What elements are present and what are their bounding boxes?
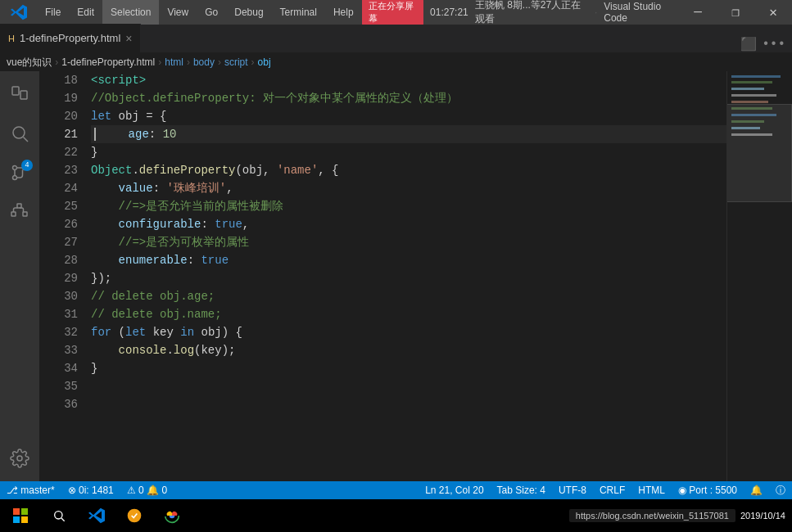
- line-number: 20: [39, 107, 78, 125]
- position-label: Ln 21, Col 20: [425, 485, 483, 496]
- svg-rect-1: [20, 91, 27, 99]
- warning-count[interactable]: ⚠ 0 🔔 0: [120, 481, 174, 499]
- taskbar-app3[interactable]: [116, 499, 152, 532]
- breadcrumb-sep-2: ›: [187, 56, 190, 68]
- code-line[interactable]: });: [91, 269, 726, 287]
- active-line-indicator: [94, 128, 96, 141]
- code-line[interactable]: //=>是否为可枚举的属性: [91, 233, 726, 251]
- title-bar: File Edit Selection View Go Debug Termin…: [0, 0, 792, 25]
- tab-size-label: Tab Size: 4: [497, 485, 545, 496]
- taskbar: https://blog.csdn.net/weixin_51157081 20…: [0, 499, 792, 532]
- svg-rect-7: [11, 212, 16, 216]
- split-editor-icon[interactable]: ⬛: [740, 36, 757, 52]
- notifications-bell[interactable]: 🔔: [744, 481, 769, 499]
- activity-search[interactable]: [0, 114, 39, 153]
- app-title: Visual Studio Code: [604, 1, 679, 24]
- svg-rect-24: [21, 516, 28, 523]
- status-bar-left: ⎇ master* ⊗ 0i: 1481 ⚠ 0 🔔 0: [0, 481, 174, 499]
- svg-rect-15: [731, 101, 768, 103]
- taskbar-vscode[interactable]: [79, 499, 115, 532]
- code-line[interactable]: Object.defineProperty(obj, 'name', {: [91, 161, 726, 179]
- code-editor[interactable]: 18192021222324252627282930313233343536 <…: [39, 71, 792, 481]
- breadcrumb-item-3[interactable]: body: [193, 56, 215, 68]
- git-branch[interactable]: ⎇ master*: [0, 481, 61, 499]
- live-server-port[interactable]: ◉ Port : 5500: [672, 481, 744, 499]
- breadcrumb-item-5[interactable]: obj: [258, 56, 271, 68]
- more-actions-icon[interactable]: •••: [762, 37, 785, 52]
- menu-bar: File Edit Selection View Go Debug Termin…: [37, 0, 362, 25]
- code-line[interactable]: configurable: true,: [91, 215, 726, 233]
- code-line[interactable]: }: [91, 359, 726, 377]
- error-label: ⊗ 0i: 1481: [68, 485, 114, 496]
- code-line[interactable]: enumerable: true: [91, 251, 726, 269]
- code-line[interactable]: [91, 395, 726, 413]
- live-badge: 正在分享屏幕: [362, 0, 423, 26]
- activity-source-control[interactable]: 4: [0, 153, 39, 192]
- menu-selection[interactable]: Selection: [102, 0, 159, 25]
- menu-debug[interactable]: Debug: [226, 0, 271, 25]
- main-area: 4 18192021222324252627282930313233343536…: [0, 71, 792, 481]
- svg-rect-23: [13, 516, 20, 523]
- line-number: 31: [39, 305, 78, 323]
- tab-size[interactable]: Tab Size: 4: [491, 481, 552, 499]
- breadcrumb-item-4[interactable]: script: [224, 56, 248, 68]
- code-line[interactable]: age: 10: [91, 125, 726, 143]
- code-line[interactable]: // delete obj.age;: [91, 287, 726, 305]
- svg-rect-11: [731, 75, 781, 78]
- code-line[interactable]: let obj = {: [91, 107, 726, 125]
- svg-point-2: [13, 127, 25, 138]
- code-line[interactable]: <script>: [91, 71, 726, 89]
- close-button[interactable]: ✕: [754, 0, 792, 25]
- svg-rect-22: [21, 508, 28, 515]
- title-bar-controls: — ❐ ✕: [679, 0, 792, 25]
- code-line[interactable]: }: [91, 143, 726, 161]
- breadcrumb-item-1[interactable]: 1-defineProperty.html: [61, 56, 155, 68]
- svg-point-27: [128, 509, 142, 523]
- code-line[interactable]: //Object.defineProperty: 对一个对象中某个属性的定义（处…: [91, 89, 726, 107]
- editor-tab[interactable]: H 1-defineProperty.html ×: [0, 24, 141, 52]
- menu-edit[interactable]: Edit: [69, 0, 102, 25]
- minimize-button[interactable]: —: [679, 0, 717, 25]
- svg-rect-14: [731, 94, 776, 97]
- svg-rect-0: [12, 87, 19, 95]
- code-line[interactable]: // delete obj.name;: [91, 305, 726, 323]
- encoding[interactable]: UTF-8: [552, 481, 593, 499]
- activity-explorer[interactable]: [0, 74, 39, 114]
- activity-settings[interactable]: [0, 439, 39, 478]
- tab-bar: H 1-defineProperty.html × ⬛ •••: [0, 25, 792, 53]
- line-number: 18: [39, 71, 78, 89]
- line-number: 34: [39, 359, 78, 377]
- activity-extensions[interactable]: [0, 192, 39, 232]
- editor-area: 18192021222324252627282930313233343536 <…: [39, 71, 792, 481]
- taskbar-items: [41, 499, 569, 532]
- code-line[interactable]: //=>是否允许当前的属性被删除: [91, 197, 726, 215]
- info-button[interactable]: ⓘ: [769, 481, 792, 499]
- editor-actions: ⬛ •••: [740, 36, 792, 52]
- line-ending[interactable]: CRLF: [593, 481, 631, 499]
- breadcrumb-item-2[interactable]: html: [165, 56, 183, 68]
- code-line[interactable]: [91, 377, 726, 395]
- status-bar-right: Ln 21, Col 20 Tab Size: 4 UTF-8 CRLF HTM…: [419, 481, 792, 499]
- menu-terminal[interactable]: Terminal: [272, 0, 325, 25]
- taskbar-chrome[interactable]: [154, 499, 190, 532]
- activity-bar: 4: [0, 71, 39, 481]
- menu-view[interactable]: View: [159, 0, 197, 25]
- error-count[interactable]: ⊗ 0i: 1481: [61, 481, 120, 499]
- cursor-position[interactable]: Ln 21, Col 20: [419, 481, 490, 499]
- maximize-button[interactable]: ❐: [717, 0, 754, 25]
- menu-help[interactable]: Help: [325, 0, 362, 25]
- breadcrumb-item-0[interactable]: vue的知识: [7, 56, 52, 70]
- language-mode[interactable]: HTML: [631, 481, 672, 499]
- line-number: 19: [39, 89, 78, 107]
- app-icon: [0, 0, 37, 25]
- menu-go[interactable]: Go: [197, 0, 226, 25]
- menu-file[interactable]: File: [37, 0, 69, 25]
- code-line[interactable]: value: '珠峰培训',: [91, 179, 726, 197]
- svg-line-3: [24, 138, 29, 142]
- code-line[interactable]: for (let key in obj) {: [91, 323, 726, 341]
- windows-start[interactable]: [0, 508, 41, 523]
- code-content[interactable]: <script>//Object.defineProperty: 对一个对象中某…: [84, 71, 726, 481]
- code-line[interactable]: console.log(key);: [91, 341, 726, 359]
- taskbar-search[interactable]: [41, 499, 77, 532]
- tab-close-button[interactable]: ×: [125, 32, 132, 45]
